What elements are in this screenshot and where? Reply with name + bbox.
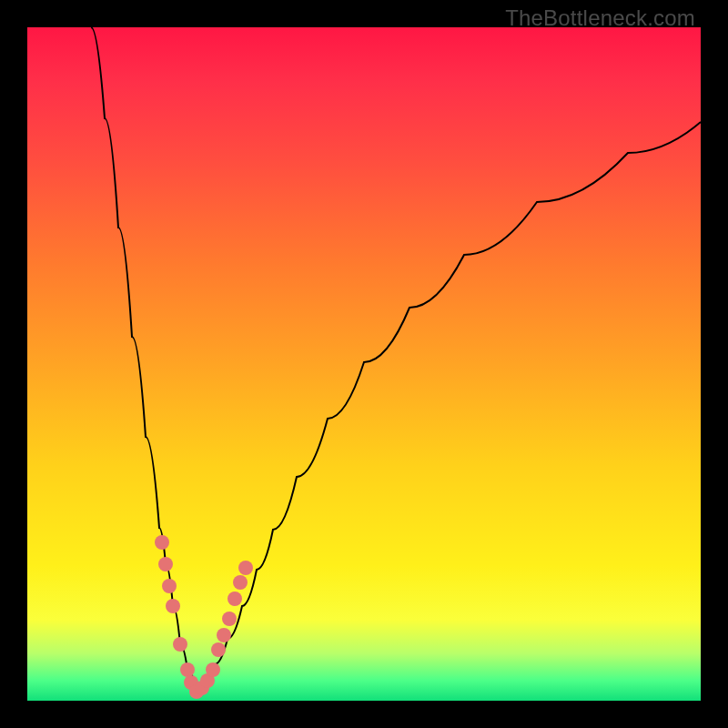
scatter-point <box>155 535 169 550</box>
scatter-point <box>206 662 220 677</box>
scatter-point <box>238 561 253 575</box>
scatter-point <box>166 599 180 613</box>
scatter-points <box>155 535 253 699</box>
scatter-point <box>162 579 177 593</box>
scatter-point <box>217 628 231 642</box>
scatter-point <box>233 575 248 590</box>
scatter-point <box>158 557 173 571</box>
scatter-point <box>228 592 242 606</box>
right-curve <box>197 122 701 692</box>
scatter-point <box>173 637 187 652</box>
chart-frame: TheBottleneck.com <box>0 0 728 728</box>
scatter-point <box>222 612 237 626</box>
scatter-point <box>211 642 226 657</box>
chart-overlay <box>27 27 701 701</box>
left-curve <box>91 27 197 692</box>
scatter-point <box>180 662 195 677</box>
